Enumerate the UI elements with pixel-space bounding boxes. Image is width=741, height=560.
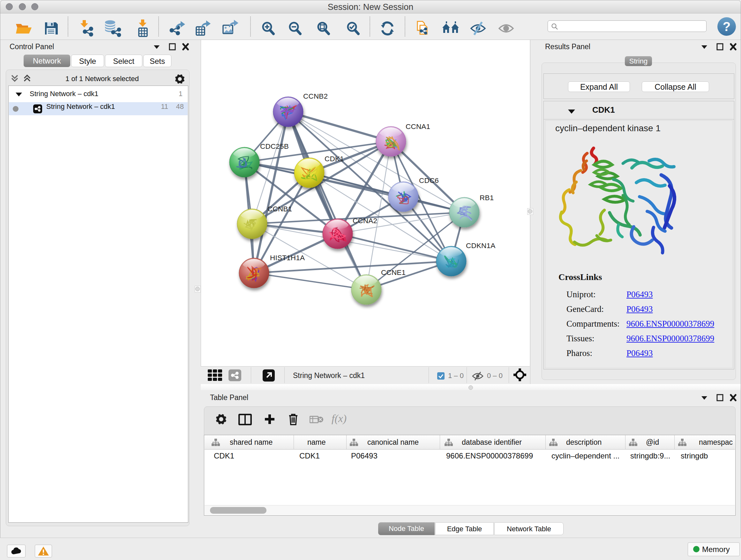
svg-text:HIST1H1A: HIST1H1A <box>270 254 305 262</box>
svg-text:CCNE1: CCNE1 <box>381 268 406 276</box>
svg-text:RB1: RB1 <box>480 194 494 202</box>
svg-text:CCNB1: CCNB1 <box>267 205 292 213</box>
svg-text:CDK1: CDK1 <box>325 155 344 163</box>
svg-text:CDC25B: CDC25B <box>260 142 289 150</box>
svg-text:CDKN1A: CDKN1A <box>466 242 495 250</box>
svg-text:CCNA1: CCNA1 <box>406 123 430 131</box>
svg-text:CDC6: CDC6 <box>419 177 439 185</box>
svg-text:CCNB2: CCNB2 <box>303 92 328 100</box>
svg-text:CCNA2: CCNA2 <box>353 217 377 225</box>
